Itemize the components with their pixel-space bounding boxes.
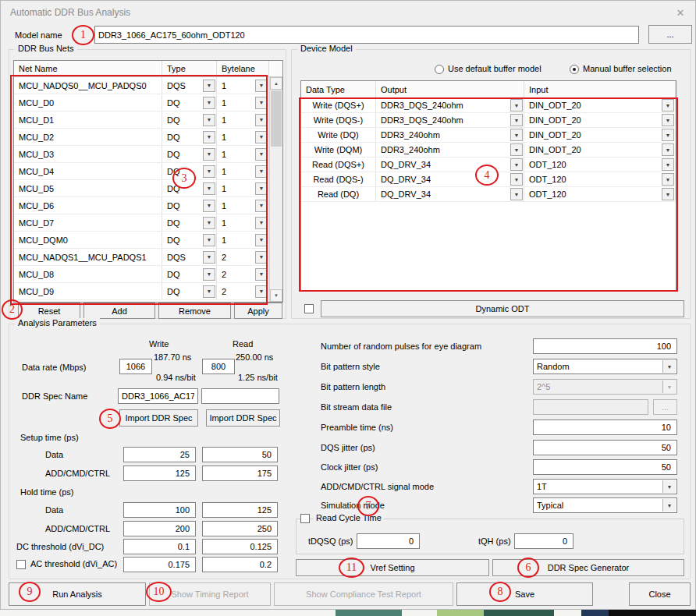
run-analysis-button[interactable]: Run Analysis (9, 582, 146, 606)
chevron-down-icon[interactable]: ▼ (662, 480, 676, 493)
output-dropdown[interactable]: DDR3_DQS_240ohm▼ (376, 113, 524, 127)
ac-threshold-checkbox[interactable] (16, 560, 26, 569)
chevron-down-icon[interactable]: ▼ (255, 251, 268, 264)
chevron-down-icon[interactable]: ▼ (662, 188, 674, 200)
chevron-down-icon[interactable]: ▼ (662, 360, 676, 373)
window-close-icon[interactable]: ✕ (673, 6, 687, 20)
bit-pattern-style-select[interactable]: Random▼ (533, 359, 677, 374)
setup-acc-write-input[interactable] (123, 466, 196, 481)
vref-setting-button[interactable]: Vref Setting (296, 559, 489, 576)
chevron-down-icon[interactable]: ▼ (662, 99, 674, 112)
hold-acc-write-input[interactable] (123, 521, 196, 536)
chevron-down-icon[interactable]: ▼ (255, 234, 268, 246)
net-bytelane-dropdown[interactable]: 1▼ (217, 146, 269, 162)
net-bytelane-dropdown[interactable]: 1▼ (217, 77, 269, 94)
chevron-down-icon[interactable]: ▼ (203, 165, 215, 178)
setup-data-read-input[interactable] (202, 447, 278, 462)
output-dropdown[interactable]: DDR3_DQS_240ohm▼ (376, 98, 524, 112)
chevron-down-icon[interactable]: ▼ (510, 99, 523, 112)
radio-default-buffer[interactable] (435, 65, 444, 74)
chevron-down-icon[interactable]: ▼ (203, 200, 215, 212)
net-type-dropdown[interactable]: DQ▼ (162, 197, 217, 214)
pulses-input[interactable] (533, 338, 677, 354)
hold-acc-read-input[interactable] (202, 521, 278, 536)
chevron-down-icon[interactable]: ▼ (255, 148, 268, 161)
chevron-down-icon[interactable]: ▼ (203, 234, 215, 246)
chevron-down-icon[interactable]: ▼ (510, 129, 523, 141)
close-button[interactable]: Close (629, 582, 691, 606)
input-dropdown[interactable]: ODT_120▼ (524, 187, 676, 201)
input-dropdown[interactable]: DIN_ODT_20▼ (524, 128, 676, 142)
net-bytelane-dropdown[interactable]: 2▼ (217, 249, 269, 265)
net-type-dropdown[interactable]: DQ▼ (162, 94, 217, 111)
chevron-down-icon[interactable]: ▼ (255, 165, 268, 178)
clock-jitter-input[interactable] (533, 459, 677, 475)
input-dropdown[interactable]: DIN_ODT_20▼ (524, 98, 676, 112)
output-dropdown[interactable]: DQ_DRV_34▼ (376, 158, 524, 172)
ddr-spec-generator-button[interactable]: DDR Spec Generator (492, 559, 684, 576)
ac-threshold-read-input[interactable] (202, 557, 278, 572)
chevron-down-icon[interactable]: ▼ (662, 173, 674, 186)
dynamic-odt-button[interactable]: Dynamic ODT (321, 300, 684, 317)
input-dropdown[interactable]: DIN_ODT_20▼ (524, 143, 676, 157)
hold-data-write-input[interactable] (123, 502, 196, 518)
net-type-dropdown[interactable]: DQ▼ (162, 146, 217, 162)
chevron-down-icon[interactable]: ▼ (255, 131, 268, 143)
net-bytelane-dropdown[interactable]: 1▼ (217, 94, 269, 111)
net-type-dropdown[interactable]: DQ▼ (162, 266, 217, 282)
apply-button[interactable]: Apply (234, 303, 282, 319)
chevron-down-icon[interactable]: ▼ (662, 114, 674, 126)
output-dropdown[interactable]: DDR3_240ohm▼ (376, 143, 524, 157)
reset-button[interactable]: Reset (18, 303, 80, 319)
net-bytelane-dropdown[interactable]: 1▼ (217, 129, 269, 145)
chevron-down-icon[interactable]: ▼ (203, 97, 215, 109)
signal-mode-select[interactable]: 1T▼ (533, 479, 677, 494)
simulation-mode-select[interactable]: Typical▼ (533, 497, 677, 513)
input-dropdown[interactable]: ODT_120▼ (524, 158, 676, 172)
chevron-down-icon[interactable]: ▼ (203, 80, 215, 92)
chevron-down-icon[interactable]: ▼ (255, 80, 268, 92)
import-ddr-spec-read-button[interactable]: Import DDR Spec (206, 409, 280, 427)
scroll-up-icon[interactable]: ▲ (270, 77, 282, 90)
net-type-dropdown[interactable]: DQS▼ (162, 77, 217, 94)
chevron-down-icon[interactable]: ▼ (203, 182, 215, 195)
save-button[interactable]: Save (456, 582, 593, 606)
scrollbar-thumb[interactable] (271, 90, 282, 147)
chevron-down-icon[interactable]: ▼ (255, 114, 268, 126)
add-button[interactable]: Add (83, 303, 155, 319)
read-cycle-time-checkbox[interactable] (300, 514, 310, 523)
dc-threshold-read-input[interactable] (202, 539, 278, 554)
chevron-down-icon[interactable]: ▼ (662, 143, 674, 156)
chevron-down-icon[interactable]: ▼ (662, 158, 674, 171)
ac-threshold-label[interactable]: AC threshold (dVi_AC) (30, 559, 117, 568)
input-dropdown[interactable]: DIN_ODT_20▼ (524, 113, 676, 127)
output-dropdown[interactable]: DQ_DRV_34▼ (376, 187, 524, 201)
net-bytelane-dropdown[interactable]: 1▼ (217, 112, 269, 128)
chevron-down-icon[interactable]: ▼ (255, 97, 268, 109)
net-bytelane-dropdown[interactable]: 1▼ (217, 214, 269, 231)
chevron-down-icon[interactable]: ▼ (203, 131, 215, 143)
chevron-down-icon[interactable]: ▼ (662, 499, 676, 512)
output-dropdown[interactable]: DDR3_240ohm▼ (376, 128, 524, 142)
output-dropdown[interactable]: DQ_DRV_34▼ (376, 172, 524, 186)
import-ddr-spec-write-button[interactable]: Import DDR Spec (119, 409, 198, 427)
chevron-down-icon[interactable]: ▼ (662, 129, 674, 141)
net-type-dropdown[interactable]: DQ▼ (162, 129, 217, 145)
scroll-down-icon[interactable]: ▼ (270, 289, 282, 302)
ac-threshold-write-input[interactable] (123, 557, 196, 572)
input-dropdown[interactable]: ODT_120▼ (524, 172, 676, 186)
chevron-down-icon[interactable]: ▼ (255, 285, 268, 298)
net-type-dropdown[interactable]: DQ▼ (162, 283, 217, 299)
chevron-down-icon[interactable]: ▼ (203, 217, 215, 229)
net-type-dropdown[interactable]: DQ▼ (162, 214, 217, 231)
dynamic-odt-checkbox[interactable] (304, 304, 314, 313)
net-table-scrollbar[interactable]: ▲ ▼ (269, 77, 282, 302)
net-type-dropdown[interactable]: DQ▼ (162, 163, 217, 179)
radio-manual-buffer-label[interactable]: Manual buffer selection (583, 64, 672, 73)
chevron-down-icon[interactable]: ▼ (510, 188, 523, 200)
net-type-dropdown[interactable]: DQ▼ (162, 232, 217, 248)
chevron-down-icon[interactable]: ▼ (510, 143, 523, 156)
model-browse-button[interactable]: ... (648, 25, 692, 44)
chevron-down-icon[interactable]: ▼ (510, 158, 523, 171)
tdqsq-input[interactable] (357, 533, 420, 549)
